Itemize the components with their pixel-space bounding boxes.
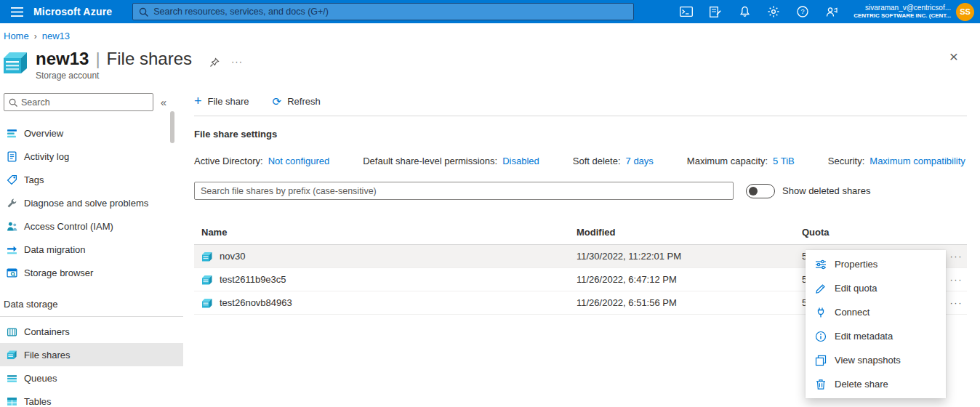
plus-icon: + <box>194 94 202 108</box>
close-blade-button[interactable]: × <box>949 49 958 64</box>
cloud-shell-icon <box>680 7 693 17</box>
containers-icon <box>7 326 17 337</box>
show-deleted-shares-label: Show deleted shares <box>782 185 870 196</box>
snapshots-icon <box>815 355 827 366</box>
topbar-actions: ? sivaraman_v@centricsof... CENTRIC SOFT… <box>672 0 980 23</box>
share-name: nov30 <box>220 251 245 262</box>
file-share-prefix-search-input[interactable] <box>194 182 734 200</box>
sidebar-item-file-shares[interactable]: File shares <box>0 343 183 366</box>
row-more-button[interactable]: ··· <box>950 274 968 285</box>
sidebar-collapse-button[interactable]: « <box>153 96 174 108</box>
header-more-button[interactable]: ··· <box>231 56 243 67</box>
menu-item-delete-share[interactable]: Delete share <box>806 372 946 396</box>
sidebar-item-label: Activity log <box>24 151 69 162</box>
menu-item-label: Properties <box>835 259 877 270</box>
sidebar-search[interactable] <box>4 93 153 111</box>
account-tenant: CENTRIC SOFTWARE INC. (CENT... <box>854 12 951 20</box>
sidebar-item-storage-browser[interactable]: Storage browser <box>0 261 183 284</box>
menu-item-connect[interactable]: Connect <box>806 300 946 324</box>
sidebar-item-label: Queues <box>24 373 57 384</box>
sidebar-item-overview[interactable]: Overview <box>0 121 183 145</box>
column-header-modified[interactable]: Modified <box>569 227 795 238</box>
cloud-shell-button[interactable] <box>672 0 701 23</box>
activity-log-icon <box>7 151 17 162</box>
sidebar-item-containers[interactable]: Containers <box>0 320 183 343</box>
feedback-button[interactable] <box>817 0 846 23</box>
avatar[interactable]: SS <box>956 3 974 21</box>
file-share-settings-heading: File share settings <box>194 129 967 140</box>
column-header-name[interactable]: Name <box>194 227 569 238</box>
sidebar-item-data-migration[interactable]: Data migration <box>0 238 183 261</box>
plug-icon <box>815 307 827 318</box>
security-link[interactable]: Maximum compatibility <box>869 156 965 166</box>
sidebar-item-label: Containers <box>24 326 70 337</box>
show-deleted-shares-toggle[interactable] <box>746 184 775 198</box>
row-more-button[interactable]: ··· <box>950 251 968 262</box>
sidebar-item-label: Access Control (IAM) <box>24 221 113 232</box>
global-search[interactable] <box>132 3 634 20</box>
help-button[interactable]: ? <box>788 0 817 23</box>
table-header: Name Modified Quota <box>194 220 967 245</box>
storage-browser-icon <box>7 267 17 278</box>
share-modified: 11/30/2022, 11:22:01 PM <box>569 251 795 262</box>
sidebar-item-label: Storage browser <box>24 267 93 278</box>
feedback-icon <box>826 7 838 17</box>
add-file-share-button[interactable]: + File share <box>194 94 249 108</box>
row-context-menu: Properties Edit quota Connect Edit metad… <box>806 250 946 398</box>
setting-security: Security:Maximum compatibility <box>828 156 965 166</box>
column-header-quota[interactable]: Quota <box>795 227 938 238</box>
sidebar-item-queues[interactable]: Queues <box>0 366 183 390</box>
directories-filter-button[interactable] <box>701 0 730 23</box>
hamburger-menu-button[interactable] <box>0 0 33 23</box>
refresh-button[interactable]: ⟳ Refresh <box>273 96 321 107</box>
setting-maximum-capacity: Maximum capacity:5 TiB <box>687 156 795 166</box>
settings-button[interactable] <box>759 0 788 23</box>
menu-item-edit-metadata[interactable]: Edit metadata <box>806 324 946 348</box>
breadcrumb-current-link[interactable]: new13 <box>42 31 70 41</box>
directories-filter-icon <box>710 7 721 17</box>
notifications-button[interactable] <box>730 0 759 23</box>
menu-item-label: View snapshots <box>835 355 901 366</box>
blade-name: File shares <box>107 49 192 69</box>
global-search-input[interactable] <box>153 7 627 17</box>
breadcrumb-home-link[interactable]: Home <box>4 31 29 41</box>
account-menu[interactable]: sivaraman_v@centricsof... CENTRIC SOFTWA… <box>854 3 951 20</box>
breadcrumb-separator-icon: › <box>34 31 37 41</box>
account-email: sivaraman_v@centricsof... <box>854 3 951 12</box>
queues-icon <box>7 373 17 384</box>
share-modified: 11/26/2022, 6:47:12 PM <box>569 274 795 285</box>
migration-arrow-icon <box>7 244 17 255</box>
menu-item-label: Delete share <box>835 379 888 390</box>
sidebar-item-diagnose[interactable]: Diagnose and solve problems <box>0 191 183 214</box>
refresh-icon: ⟳ <box>273 96 282 107</box>
sidebar-scrollbar-thumb[interactable] <box>170 111 174 143</box>
sidebar-search-input[interactable] <box>21 97 148 108</box>
soft-delete-link[interactable]: 7 days <box>626 156 654 166</box>
overview-icon <box>7 128 17 139</box>
file-shares-icon <box>7 350 17 360</box>
setting-active-directory: Active Directory:Not configured <box>194 156 329 166</box>
share-name: test2611b9e3c5 <box>220 274 286 285</box>
trash-icon <box>815 379 827 390</box>
share-level-permissions-link[interactable]: Disabled <box>502 156 539 166</box>
menu-item-view-snapshots[interactable]: View snapshots <box>806 348 946 372</box>
sidebar-nav: Overview Activity log Tags Diagnose and … <box>0 121 183 284</box>
menu-item-properties[interactable]: Properties <box>806 252 946 276</box>
sidebar-item-label: Overview <box>24 128 63 139</box>
active-directory-link[interactable]: Not configured <box>268 156 330 166</box>
sidebar-data-storage-nav: Containers File shares Queues Tables <box>0 320 183 407</box>
sidebar-item-tags[interactable]: Tags <box>0 168 183 191</box>
wrench-icon <box>7 198 17 209</box>
sidebar-item-tables[interactable]: Tables <box>0 390 183 407</box>
tags-icon <box>7 174 17 185</box>
page-title-block: new13 | File shares Storage account <box>36 49 192 81</box>
sidebar-item-activity-log[interactable]: Activity log <box>0 145 183 168</box>
pin-button[interactable] <box>209 57 220 68</box>
help-icon: ? <box>797 6 808 17</box>
sidebar-item-access-control[interactable]: Access Control (IAM) <box>0 214 183 238</box>
maximum-capacity-link[interactable]: 5 TiB <box>773 156 795 166</box>
azure-brand-link[interactable]: Microsoft Azure <box>33 6 112 17</box>
row-more-button[interactable]: ··· <box>950 297 968 308</box>
pin-icon <box>209 57 220 68</box>
menu-item-edit-quota[interactable]: Edit quota <box>806 276 946 300</box>
